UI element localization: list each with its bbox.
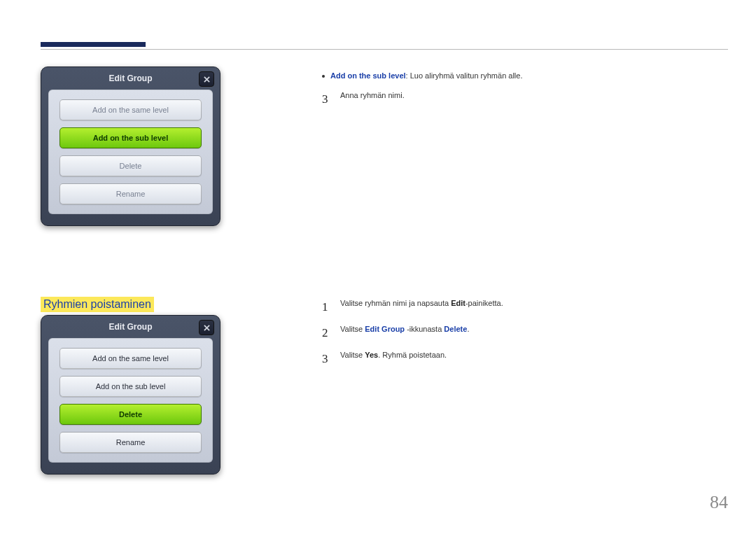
edit-group-dialog-2: Edit Group Add on the same level Add on …: [41, 315, 220, 475]
bullet-text: Add on the sub level: Luo aliryhmä valit…: [330, 70, 523, 83]
t: Edit: [451, 299, 465, 307]
option-add-same-level[interactable]: Add on the same level: [59, 99, 202, 120]
t: Delete: [444, 325, 467, 333]
t: Valitse: [340, 351, 365, 359]
option-label: Rename: [116, 190, 146, 198]
t: Edit Group: [365, 325, 405, 333]
bullet-prefix: Add on the sub level: [330, 71, 406, 80]
section-heading: Ryhmien poistaminen: [41, 297, 154, 312]
step-row: 2 Valitse Edit Group -ikkunasta Delete.: [322, 323, 714, 342]
bullet-item: Add on the sub level: Luo aliryhmä valit…: [322, 70, 714, 83]
step-number: 3: [322, 90, 332, 108]
option-add-sub-level[interactable]: Add on the sub level: [59, 127, 202, 148]
edit-group-dialog-1: Edit Group Add on the same level Add on …: [41, 66, 220, 226]
close-button[interactable]: [199, 71, 214, 87]
t: .: [467, 325, 469, 333]
close-icon: [204, 76, 210, 83]
t: Yes: [365, 351, 378, 359]
option-rename[interactable]: Rename: [59, 183, 202, 204]
content-top: Add on the sub level: Luo aliryhmä valit…: [322, 70, 714, 115]
content-section-2: 1 Valitse ryhmän nimi ja napsauta Edit-p…: [322, 297, 714, 376]
close-icon: [204, 325, 210, 331]
page-number: 84: [710, 492, 728, 513]
t: Valitse: [340, 325, 365, 333]
option-label: Add on the sub level: [93, 134, 169, 142]
option-delete[interactable]: Delete: [59, 404, 202, 425]
dialog-body: Add on the same level Add on the sub lev…: [48, 90, 213, 214]
step-row: 1 Valitse ryhmän nimi ja napsauta Edit-p…: [322, 297, 714, 316]
step-text: Anna ryhmän nimi.: [340, 90, 405, 102]
bullet-rest: : Luo aliryhmä valitun ryhmän alle.: [406, 71, 523, 80]
step-number: 1: [322, 297, 332, 316]
close-button[interactable]: [199, 320, 214, 335]
t: Valitse ryhmän nimi ja napsauta: [340, 299, 451, 307]
dialog-header: Edit Group: [41, 316, 220, 338]
step-row: 3 Valitse Yes. Ryhmä poistetaan.: [322, 349, 714, 368]
bullet-dot-icon: [322, 75, 325, 78]
step-number: 3: [322, 349, 332, 368]
step-text: Valitse Yes. Ryhmä poistetaan.: [340, 349, 447, 362]
option-delete[interactable]: Delete: [59, 155, 202, 176]
option-label: Add on the same level: [92, 106, 169, 114]
dialog-header: Edit Group: [41, 67, 220, 90]
t: -ikkunasta: [405, 325, 444, 333]
t: -painiketta.: [465, 299, 503, 307]
option-label: Add on the same level: [92, 354, 169, 363]
t: . Ryhmä poistetaan.: [378, 351, 447, 359]
option-label: Delete: [119, 410, 142, 419]
option-label: Add on the sub level: [96, 382, 166, 391]
header-accent: [41, 42, 146, 47]
dialog-body: Add on the same level Add on the sub lev…: [48, 338, 213, 463]
header-rule: [41, 49, 728, 50]
dialog-title: Edit Group: [109, 322, 153, 332]
dialog-title: Edit Group: [109, 73, 153, 83]
option-label: Delete: [120, 162, 142, 170]
option-add-same-level[interactable]: Add on the same level: [59, 348, 202, 369]
step-text: Valitse Edit Group -ikkunasta Delete.: [340, 323, 469, 336]
option-label: Rename: [116, 438, 146, 447]
option-add-sub-level[interactable]: Add on the sub level: [59, 376, 202, 397]
step-row: 3 Anna ryhmän nimi.: [322, 90, 714, 108]
step-text: Valitse ryhmän nimi ja napsauta Edit-pai…: [340, 297, 503, 310]
option-rename[interactable]: Rename: [59, 432, 202, 453]
step-number: 2: [322, 323, 332, 342]
